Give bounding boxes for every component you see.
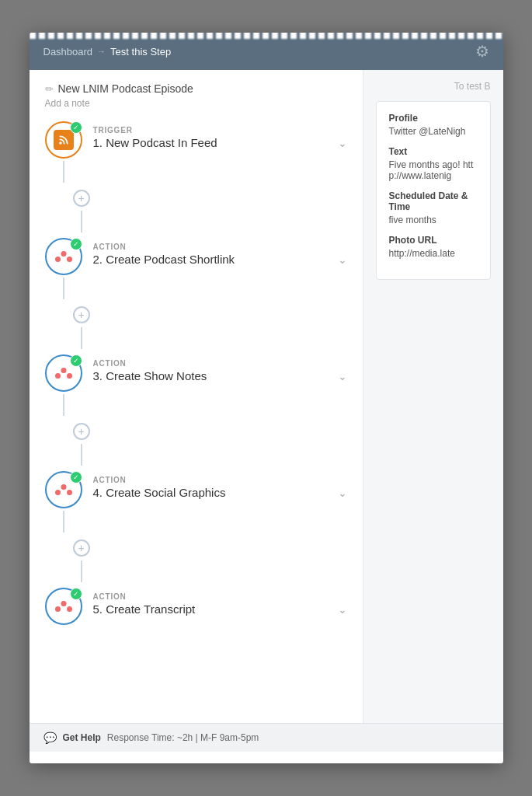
- asana-icon: [54, 246, 74, 267]
- step-name: 4. Create Social Graphics: [93, 486, 226, 499]
- step-type-label: ACTION: [93, 476, 347, 484]
- field-label-text: Text: [389, 146, 478, 157]
- step-name: 5. Create Transcript: [93, 602, 196, 616]
- chevron-down-icon[interactable]: ⌄: [338, 137, 347, 149]
- field-value-photo: http://media.late: [389, 248, 478, 259]
- step-content: ACTION 2. Create Podcast Shortlink ⌄: [93, 238, 347, 266]
- field-value-scheduled: five months: [389, 215, 478, 225]
- field-label-photo: Photo URL: [389, 235, 478, 246]
- right-panel: To test B Profile Twitter @LateNigh Text…: [363, 70, 503, 723]
- steps-container: ✓ TRIGGER 1. New Podcast In Feed ⌄: [45, 121, 347, 625]
- footer: 💬 Get Help Response Time: ~2h | M-F 9am-…: [30, 723, 503, 752]
- step-spacer: +: [45, 305, 347, 351]
- connector-line: [63, 278, 64, 299]
- dashboard-link[interactable]: Dashboard: [43, 46, 93, 58]
- check-badge: ✓: [70, 238, 82, 250]
- breadcrumb: Dashboard → Test this Step: [43, 46, 172, 58]
- step-icon-col: ✓: [45, 588, 82, 625]
- get-help-label[interactable]: Get Help: [63, 732, 101, 743]
- page-title: Test this Step: [110, 46, 171, 58]
- response-time: Response Time: ~2h | M-F 9am-5pm: [107, 732, 259, 743]
- chevron-down-icon[interactable]: ⌄: [338, 487, 347, 499]
- preview-field-text: Text Five months ago! http://www.latenig: [389, 146, 478, 181]
- connector-line: [81, 444, 82, 466]
- page-wrapper: Dashboard → Test this Step ⚙ ✏ New LNIM …: [0, 0, 532, 796]
- add-step-button[interactable]: +: [73, 539, 90, 557]
- asana-icon: [54, 596, 74, 616]
- step-row: ✓ TRIGGER 1. New Podcast In Feed ⌄: [45, 121, 347, 185]
- step-name: 1. New Podcast In Feed: [93, 136, 217, 149]
- step-icon-col: ✓: [45, 238, 82, 302]
- asana-dot: [61, 484, 66, 490]
- step-name: 2. Create Podcast Shortlink: [93, 253, 235, 266]
- chevron-down-icon[interactable]: ⌄: [338, 253, 347, 266]
- add-step-button[interactable]: +: [73, 423, 90, 440]
- step-circle-action: ✓: [45, 238, 82, 275]
- pencil-icon: ✏: [45, 83, 54, 95]
- content-area: ✏ New LNIM Podcast Episode Add a note: [30, 70, 503, 723]
- test-hint: To test B: [376, 81, 491, 92]
- step-type-label: ACTION: [93, 243, 347, 251]
- chat-icon: 💬: [43, 731, 57, 744]
- step-icon-col: ✓: [45, 121, 82, 185]
- chevron-down-icon[interactable]: ⌄: [338, 603, 347, 616]
- step-spacer: +: [45, 421, 347, 468]
- asana-dot: [61, 251, 66, 257]
- connector-line: [81, 327, 82, 349]
- check-badge: ✓: [70, 121, 82, 134]
- step-name-row: 2. Create Podcast Shortlink ⌄: [93, 253, 347, 266]
- asana-dot: [61, 601, 66, 606]
- step-circle-trigger: ✓: [45, 121, 82, 159]
- preview-field-profile: Profile Twitter @LateNigh: [389, 113, 478, 137]
- step-type-label: ACTION: [93, 592, 347, 601]
- add-step-button[interactable]: +: [73, 306, 90, 323]
- step-spacer: +: [45, 188, 347, 235]
- step-name-row: 5. Create Transcript ⌄: [93, 602, 347, 616]
- step-type-label: ACTION: [93, 359, 347, 368]
- add-note-label[interactable]: Add a note: [45, 98, 347, 109]
- step-row: ✓ ACTION 4. Create Social Graphics ⌄: [45, 471, 347, 535]
- check-badge: ✓: [70, 354, 82, 367]
- preview-field-photo: Photo URL http://media.late: [389, 235, 478, 259]
- left-panel: ✏ New LNIM Podcast Episode Add a note: [30, 70, 363, 723]
- svg-point-0: [59, 141, 62, 145]
- connector-line: [63, 394, 64, 416]
- check-badge: ✓: [70, 588, 82, 600]
- step-icon-col: ✓: [45, 471, 82, 535]
- check-badge: ✓: [70, 471, 82, 484]
- step-content: TRIGGER 1. New Podcast In Feed ⌄: [93, 121, 347, 149]
- step-name: 3. Create Show Notes: [93, 369, 207, 382]
- workflow-title-row: ✏ New LNIM Podcast Episode: [45, 82, 347, 95]
- preview-card: Profile Twitter @LateNigh Text Five mont…: [376, 101, 491, 280]
- connector-line: [81, 211, 82, 232]
- step-row: ✓ ACTION 3. Create Show Notes ⌄: [45, 354, 347, 418]
- step-spacer: +: [45, 538, 347, 585]
- step-circle-action: ✓: [45, 354, 82, 392]
- asana-icon: [54, 363, 74, 383]
- step-circle-action: ✓: [45, 588, 82, 625]
- step-name-row: 1. New Podcast In Feed ⌄: [93, 136, 347, 149]
- field-label-profile: Profile: [389, 113, 478, 124]
- main-card: Dashboard → Test this Step ⚙ ✏ New LNIM …: [30, 33, 503, 763]
- chevron-down-icon[interactable]: ⌄: [338, 370, 347, 382]
- step-content: ACTION 4. Create Social Graphics ⌄: [93, 471, 347, 499]
- step-row: ✓ ACTION 5. Create Transcript ⌄: [45, 588, 347, 625]
- gear-icon[interactable]: ⚙: [475, 42, 489, 61]
- connector-line: [63, 161, 64, 183]
- preview-field-scheduled: Scheduled Date & Time five months: [389, 190, 478, 225]
- add-step-button[interactable]: +: [73, 190, 90, 207]
- field-label-scheduled: Scheduled Date & Time: [389, 190, 478, 212]
- workflow-title: New LNIM Podcast Episode: [58, 82, 193, 95]
- connector-line: [81, 560, 82, 582]
- step-icon-col: ✓: [45, 354, 82, 418]
- field-value-profile: Twitter @LateNigh: [389, 126, 478, 137]
- step-content: ACTION 5. Create Transcript ⌄: [93, 588, 347, 616]
- step-circle-action: ✓: [45, 471, 82, 508]
- breadcrumb-arrow: →: [97, 47, 106, 56]
- header: Dashboard → Test this Step ⚙: [30, 33, 503, 70]
- step-content: ACTION 3. Create Show Notes ⌄: [93, 354, 347, 382]
- asana-dot: [61, 368, 66, 373]
- step-row: ✓ ACTION 2. Create Podcast Shortlink ⌄: [45, 238, 347, 302]
- field-value-text: Five months ago! http://www.latenig: [389, 159, 478, 181]
- asana-icon: [54, 480, 74, 500]
